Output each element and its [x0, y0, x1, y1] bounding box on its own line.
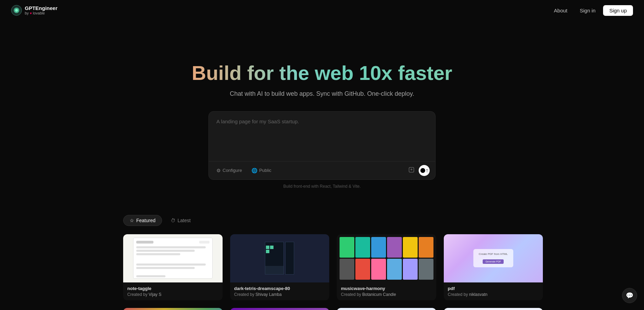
configure-icon: ⚙: [216, 168, 221, 173]
card-thumb-pdf: Create PDF from HTML Generate PDF: [444, 234, 543, 282]
tabs-row: ☆ Featured ⏱ Latest: [123, 215, 543, 226]
card-title-pdf: pdf: [448, 286, 539, 291]
logo-area[interactable]: GPTEngineer by ♥ lovable: [11, 5, 57, 16]
card-info-pdf: pdf Created by niklasvatn: [444, 282, 543, 300]
public-button[interactable]: 🌐 Public: [249, 167, 273, 174]
card-title-dark-tetris: dark-tetris-dreamscape-80: [234, 286, 325, 291]
logo-icon: [11, 5, 22, 16]
signup-button[interactable]: Sign up: [603, 5, 633, 16]
send-icon: [420, 168, 426, 173]
card-musicwave[interactable]: musicwave-harmony Created by Botanicum C…: [337, 234, 436, 300]
configure-button[interactable]: ⚙ Configure: [214, 167, 244, 174]
card-blue-app[interactable]: [337, 308, 436, 310]
prompt-toolbar-right: ↑: [407, 165, 430, 176]
logo-by-text: by ♥ lovable: [25, 11, 57, 15]
card-light-card[interactable]: [444, 308, 543, 310]
card-title-note-taggle: note-taggle: [127, 286, 218, 291]
card-pdf[interactable]: Create PDF from HTML Generate PDF pdf Cr…: [444, 234, 543, 300]
globe-icon: 🌐: [251, 168, 257, 173]
card-thumb-blue: [337, 308, 436, 310]
main-content: Build for the web 10x faster Chat with A…: [0, 0, 644, 310]
signin-button[interactable]: Sign in: [575, 6, 600, 16]
card-author-dark-tetris: Created by Shivay Lamba: [234, 292, 325, 297]
prompt-hint: Build front-end with React, Tailwind & V…: [283, 184, 361, 189]
card-info-musicwave: musicwave-harmony Created by Botanicum C…: [337, 282, 436, 300]
hero-title: Build for the web 10x faster: [192, 62, 452, 84]
clock-icon: ⏱: [171, 218, 175, 223]
prompt-toolbar: ⚙ Configure 🌐 Public: [209, 161, 435, 179]
hero-section: Build for the web 10x faster Chat with A…: [192, 28, 452, 203]
card-thumb-note-taggle: [123, 234, 223, 282]
tab-latest[interactable]: ⏱ Latest: [164, 215, 197, 226]
card-thumb-purple: [230, 308, 330, 310]
svg-point-2: [15, 9, 18, 12]
nav-right: About Sign in Sign up: [549, 5, 633, 16]
card-author-musicwave: Created by Botanicum Candle: [341, 292, 432, 297]
star-icon: ☆: [130, 218, 134, 223]
card-purple-app[interactable]: [230, 308, 330, 310]
upload-button[interactable]: [407, 165, 416, 176]
card-thumb-musicwave: [337, 234, 436, 282]
upload-icon: [408, 167, 415, 173]
send-button[interactable]: ↑: [419, 165, 430, 176]
card-info-dark-tetris: dark-tetris-dreamscape-80 Created by Shi…: [230, 282, 330, 300]
prompt-input[interactable]: [209, 112, 435, 160]
card-thumb-light: [444, 308, 543, 310]
heart-icon: ♥: [30, 11, 32, 15]
header: GPTEngineer by ♥ lovable About Sign in S…: [0, 0, 644, 21]
card-dark-tetris[interactable]: dark-tetris-dreamscape-80 Created by Shi…: [230, 234, 330, 300]
tab-featured[interactable]: ☆ Featured: [123, 215, 162, 226]
card-author-note-taggle: Created by Vijay S: [127, 292, 218, 297]
about-link[interactable]: About: [549, 6, 572, 16]
floating-chat-button[interactable]: 💬: [622, 288, 637, 303]
logo-title: GPTEngineer: [25, 6, 57, 11]
card-title-musicwave: musicwave-harmony: [341, 286, 432, 291]
card-note-taggle[interactable]: note-taggle Created by Vijay S: [123, 234, 223, 300]
chat-icon: 💬: [626, 292, 633, 299]
card-info-note-taggle: note-taggle Created by Vijay S: [123, 282, 223, 300]
gallery-grid-bottom: Color Picker & Palette Generator: [123, 308, 543, 310]
gallery-grid: note-taggle Created by Vijay S: [123, 234, 543, 300]
card-color-picker[interactable]: Color Picker & Palette Generator: [123, 308, 223, 310]
prompt-container: ⚙ Configure 🌐 Public: [208, 111, 436, 180]
hero-subtitle: Chat with AI to build web apps. Sync wit…: [230, 90, 414, 97]
prompt-toolbar-left: ⚙ Configure 🌐 Public: [214, 167, 273, 174]
card-author-pdf: Created by niklasvatn: [448, 292, 539, 297]
card-thumb-dark-tetris: [230, 234, 330, 282]
card-thumb-color-picker: Color Picker & Palette Generator: [123, 308, 223, 310]
gallery-section: ☆ Featured ⏱ Latest: [112, 203, 532, 310]
logo-text-group: GPTEngineer by ♥ lovable: [25, 6, 57, 16]
